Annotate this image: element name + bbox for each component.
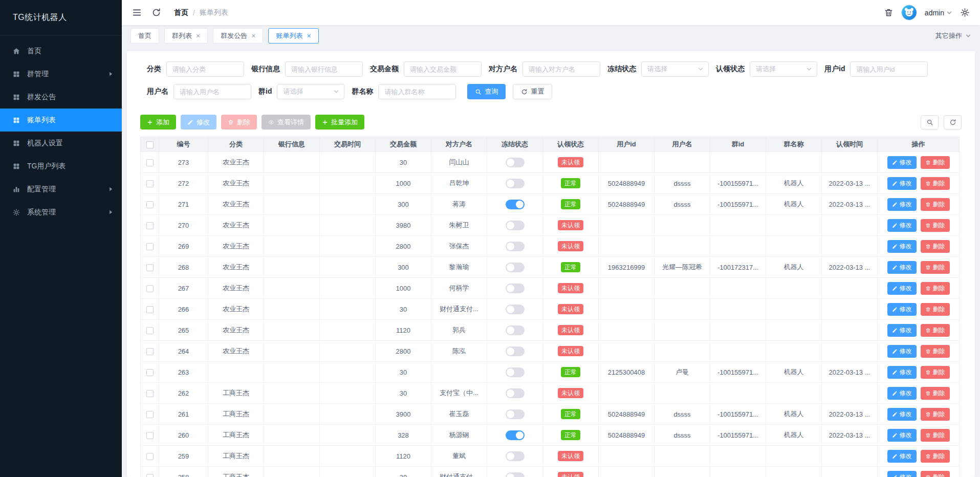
row-checkbox[interactable] bbox=[146, 243, 154, 250]
menu-fold-icon[interactable] bbox=[132, 8, 142, 17]
close-icon[interactable]: × bbox=[251, 32, 255, 39]
filter-amount-input[interactable] bbox=[404, 61, 482, 77]
row-edit-button[interactable]: 修改 bbox=[887, 261, 917, 274]
row-edit-button[interactable]: 修改 bbox=[887, 345, 917, 358]
more-actions-dropdown[interactable]: 其它操作 bbox=[935, 31, 971, 40]
row-checkbox[interactable] bbox=[146, 411, 154, 418]
row-edit-button[interactable]: 修改 bbox=[887, 387, 917, 400]
sidebar-item-group-manage[interactable]: 群管理 bbox=[0, 62, 122, 85]
filter-user-name-input[interactable] bbox=[173, 84, 251, 99]
table-refresh-button[interactable] bbox=[944, 115, 962, 129]
row-edit-button[interactable]: 修改 bbox=[887, 429, 917, 442]
frozen-toggle[interactable] bbox=[506, 305, 525, 314]
row-checkbox[interactable] bbox=[146, 264, 154, 271]
frozen-toggle[interactable] bbox=[506, 158, 525, 167]
row-delete-button[interactable]: 删除 bbox=[921, 177, 950, 190]
row-delete-button[interactable]: 删除 bbox=[921, 429, 950, 442]
frozen-toggle[interactable] bbox=[506, 346, 525, 356]
frozen-toggle[interactable] bbox=[506, 430, 525, 440]
row-delete-button[interactable]: 删除 bbox=[921, 450, 950, 463]
sidebar-item-bill-list[interactable]: 账单列表 bbox=[0, 109, 122, 132]
filter-claim-status-select[interactable]: 请选择 bbox=[750, 61, 817, 77]
user-menu[interactable]: admin bbox=[925, 9, 952, 17]
row-delete-button[interactable]: 删除 bbox=[921, 198, 950, 211]
edit-button[interactable]: 修改 bbox=[181, 115, 216, 129]
row-delete-button[interactable]: 删除 bbox=[921, 303, 950, 316]
refresh-icon[interactable] bbox=[151, 8, 161, 17]
row-edit-button[interactable]: 修改 bbox=[887, 408, 917, 421]
frozen-toggle[interactable] bbox=[506, 284, 525, 293]
sidebar-item-robot-settings[interactable]: 机器人设置 bbox=[0, 132, 122, 155]
frozen-toggle[interactable] bbox=[506, 409, 525, 419]
row-checkbox[interactable] bbox=[146, 180, 154, 187]
row-delete-button[interactable]: 删除 bbox=[921, 345, 950, 358]
row-delete-button[interactable]: 删除 bbox=[921, 408, 950, 421]
row-checkbox[interactable] bbox=[146, 327, 154, 334]
query-button[interactable]: 查询 bbox=[467, 84, 506, 99]
filter-user-id-input[interactable] bbox=[850, 61, 928, 77]
delete-button[interactable]: 删除 bbox=[221, 115, 257, 129]
row-edit-button[interactable]: 修改 bbox=[887, 282, 917, 295]
row-edit-button[interactable]: 修改 bbox=[887, 177, 917, 190]
row-delete-button[interactable]: 删除 bbox=[921, 219, 950, 232]
row-checkbox[interactable] bbox=[146, 474, 154, 477]
frozen-toggle[interactable] bbox=[506, 326, 525, 335]
row-edit-button[interactable]: 修改 bbox=[887, 156, 917, 169]
row-delete-button[interactable]: 删除 bbox=[921, 240, 950, 253]
row-checkbox[interactable] bbox=[146, 369, 154, 376]
frozen-toggle[interactable] bbox=[506, 451, 525, 461]
frozen-toggle[interactable] bbox=[506, 263, 525, 272]
sidebar-item-config-manage[interactable]: 配置管理 bbox=[0, 178, 122, 201]
row-edit-button[interactable]: 修改 bbox=[887, 198, 917, 211]
gear-icon[interactable] bbox=[960, 8, 970, 17]
breadcrumb-home[interactable]: 首页 bbox=[174, 8, 188, 17]
frozen-toggle[interactable] bbox=[506, 367, 525, 377]
add-button[interactable]: 添加 bbox=[140, 115, 176, 129]
row-edit-button[interactable]: 修改 bbox=[887, 366, 917, 379]
filter-frozen-status-select[interactable]: 请选择 bbox=[641, 61, 709, 77]
tab-group-broadcast[interactable]: 群发公告× bbox=[213, 28, 263, 44]
filter-category-input[interactable] bbox=[166, 61, 244, 77]
frozen-toggle[interactable] bbox=[506, 200, 525, 209]
frozen-toggle[interactable] bbox=[506, 179, 525, 188]
frozen-toggle[interactable] bbox=[506, 242, 525, 251]
trash-icon[interactable] bbox=[884, 8, 894, 17]
filter-bank-info-input[interactable] bbox=[285, 61, 363, 77]
row-edit-button[interactable]: 修改 bbox=[887, 303, 917, 316]
tab-group-list[interactable]: 群列表× bbox=[164, 28, 208, 44]
row-checkbox[interactable] bbox=[146, 390, 154, 397]
row-delete-button[interactable]: 删除 bbox=[921, 471, 950, 477]
row-checkbox[interactable] bbox=[146, 222, 154, 229]
row-delete-button[interactable]: 删除 bbox=[921, 261, 950, 274]
filter-group-id-select[interactable]: 请选择 bbox=[277, 84, 344, 99]
view-detail-button[interactable]: 查看详情 bbox=[262, 115, 311, 129]
select-all-checkbox[interactable] bbox=[146, 141, 154, 148]
batch-add-button[interactable]: 批量添加 bbox=[315, 115, 364, 129]
avatar[interactable] bbox=[901, 5, 917, 20]
tab-bill-list[interactable]: 账单列表× bbox=[268, 28, 318, 44]
filter-counterparty-input[interactable] bbox=[522, 61, 600, 77]
table-search-button[interactable] bbox=[921, 115, 939, 129]
frozen-toggle[interactable] bbox=[506, 388, 525, 398]
row-checkbox[interactable] bbox=[146, 159, 154, 166]
sidebar-item-group-broadcast[interactable]: 群发公告 bbox=[0, 85, 122, 109]
frozen-toggle[interactable] bbox=[506, 472, 525, 477]
sidebar-item-home[interactable]: 首页 bbox=[0, 39, 122, 62]
row-edit-button[interactable]: 修改 bbox=[887, 240, 917, 253]
row-checkbox[interactable] bbox=[146, 453, 154, 460]
row-edit-button[interactable]: 修改 bbox=[887, 450, 917, 463]
tab-home[interactable]: 首页 bbox=[130, 28, 159, 44]
row-checkbox[interactable] bbox=[146, 348, 154, 355]
row-checkbox[interactable] bbox=[146, 285, 154, 292]
row-checkbox[interactable] bbox=[146, 201, 154, 208]
sidebar-item-system-manage[interactable]: 系统管理 bbox=[0, 201, 122, 224]
row-checkbox[interactable] bbox=[146, 306, 154, 313]
row-edit-button[interactable]: 修改 bbox=[887, 324, 917, 337]
close-icon[interactable]: × bbox=[196, 32, 200, 39]
row-delete-button[interactable]: 删除 bbox=[921, 387, 950, 400]
sidebar-item-tg-user-list[interactable]: TG用户列表 bbox=[0, 155, 122, 178]
row-delete-button[interactable]: 删除 bbox=[921, 282, 950, 295]
row-checkbox[interactable] bbox=[146, 432, 154, 439]
row-edit-button[interactable]: 修改 bbox=[887, 471, 917, 477]
row-delete-button[interactable]: 删除 bbox=[921, 324, 950, 337]
